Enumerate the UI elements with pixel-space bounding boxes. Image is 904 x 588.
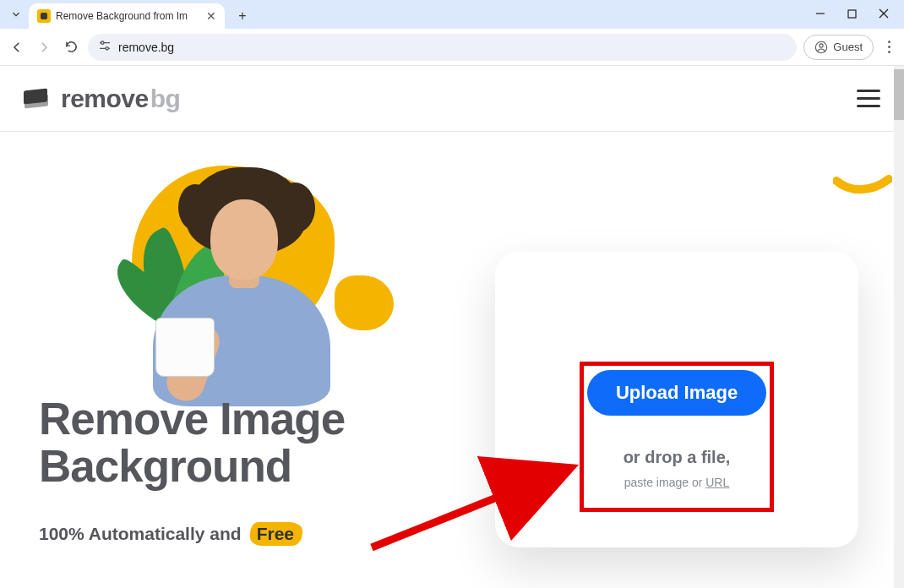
scrollbar-track[interactable]	[894, 66, 904, 588]
browser-tab-strip: Remove Background from Im ✕ +	[0, 0, 904, 29]
annotation-arrow	[363, 453, 583, 554]
hero-illustration	[64, 149, 351, 394]
hero-headline: Remove Image Background	[39, 395, 345, 490]
reload-button[interactable]	[61, 37, 81, 57]
scrollbar-thumb[interactable]	[894, 69, 904, 120]
guest-icon	[814, 41, 828, 54]
headline-line1: Remove Image	[39, 395, 345, 443]
menu-button[interactable]	[857, 90, 880, 107]
favicon-icon	[37, 9, 51, 23]
subhead-prefix: 100% Automatically and	[39, 524, 242, 544]
minimize-button[interactable]	[815, 7, 825, 22]
tab-search-button[interactable]	[7, 5, 25, 24]
browser-menu-button[interactable]	[880, 41, 897, 53]
tab-title: Remove Background from Im	[56, 10, 201, 22]
svg-point-4	[101, 41, 104, 44]
window-controls	[815, 0, 904, 29]
browser-toolbar: remove.bg Guest	[0, 29, 904, 66]
svg-rect-1	[848, 10, 856, 18]
site-settings-icon[interactable]	[98, 40, 112, 54]
page-viewport: removebg	[0, 66, 904, 588]
brand-bg: bg	[150, 84, 181, 112]
svg-point-7	[820, 43, 823, 46]
brand-remove: remove	[61, 84, 149, 112]
profile-label: Guest	[833, 41, 863, 53]
profile-chip[interactable]: Guest	[803, 35, 874, 60]
site-header: removebg	[0, 66, 904, 132]
address-bar[interactable]: remove.bg	[88, 34, 797, 61]
brand-text: removebg	[61, 84, 180, 113]
headline-line2: Background	[39, 443, 345, 490]
maximize-button[interactable]	[847, 7, 857, 22]
tab-close-button[interactable]: ✕	[206, 9, 216, 23]
svg-point-5	[106, 47, 108, 50]
new-tab-button[interactable]: +	[231, 5, 253, 27]
free-badge: Free	[250, 522, 302, 546]
back-button[interactable]	[7, 37, 27, 57]
hero-subhead: 100% Automatically and Free	[39, 522, 302, 546]
hero-left	[39, 149, 427, 394]
annotation-highlight-box	[580, 362, 774, 512]
brand-icon	[24, 90, 49, 108]
page-content: Remove Image Background 100% Automatical…	[0, 132, 904, 588]
decorative-swoosh	[833, 174, 892, 198]
browser-tab[interactable]: Remove Background from Im ✕	[29, 3, 225, 29]
svg-line-8	[372, 473, 558, 547]
url-text: remove.bg	[118, 41, 174, 54]
window-close-button[interactable]	[879, 7, 889, 22]
brand-logo[interactable]: removebg	[24, 84, 180, 113]
forward-button[interactable]	[34, 37, 54, 57]
